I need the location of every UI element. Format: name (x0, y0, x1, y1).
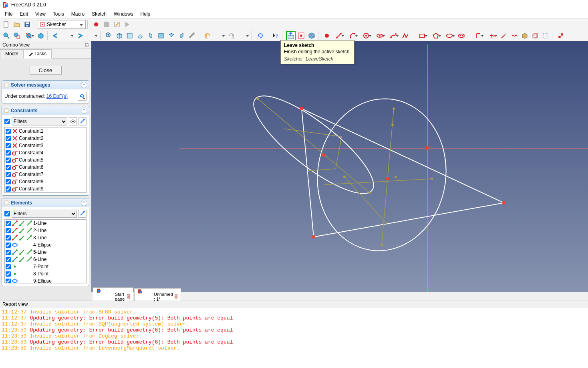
report-view-body[interactable]: 11:12:37Invalid solution from BFGS solve… (0, 308, 588, 368)
external-geom-button[interactable] (520, 31, 530, 40)
element-cb[interactable] (6, 228, 11, 233)
constraints-settings-button[interactable] (79, 117, 87, 125)
element-row[interactable]: 4-Ellipse (5, 241, 86, 249)
menu-macro[interactable]: Macro (68, 10, 88, 18)
sketch-vertices[interactable] (300, 107, 505, 239)
toggle-construction-button[interactable] (541, 31, 550, 40)
constr-coincident-button[interactable] (556, 31, 566, 40)
bounding-box-button[interactable] (36, 31, 46, 40)
constraint-row[interactable]: Constraint6 (5, 164, 86, 171)
element-cb[interactable] (6, 264, 11, 269)
collapse-icon[interactable]: ⌃ (81, 107, 87, 114)
create-bspline-button[interactable] (387, 31, 400, 40)
elements-list[interactable]: 1-Line2-Line3-Line4-Ellipse5-Line6-Line7… (4, 219, 87, 283)
undo-button[interactable] (203, 31, 212, 40)
constraint-cb[interactable] (6, 143, 11, 148)
constraint-row[interactable]: Constraint2 (5, 135, 86, 142)
constraint-row[interactable]: Constraint5 (5, 156, 86, 164)
bottom-view-button[interactable] (167, 31, 176, 40)
constraint-cb[interactable] (6, 150, 11, 156)
collapse-icon[interactable]: ⌃ (81, 200, 87, 206)
constraints-filter-select[interactable]: Filters (12, 117, 67, 125)
element-cb[interactable] (6, 257, 11, 262)
left-view-button[interactable] (177, 31, 187, 40)
constraints-filter-cb[interactable] (4, 119, 10, 124)
new-file-button[interactable] (2, 20, 11, 29)
redo-menu[interactable] (237, 31, 250, 40)
menu-windows[interactable]: Windows (111, 10, 137, 18)
save-file-button[interactable] (22, 20, 32, 29)
constraints-visibility-button[interactable] (69, 117, 77, 125)
nav-back-menu[interactable] (62, 31, 75, 40)
constraint-cb[interactable] (6, 179, 11, 184)
nav-fwd-button[interactable] (75, 31, 85, 40)
collapse-icon[interactable]: ⌃ (81, 82, 87, 88)
macro-stop-button[interactable] (102, 20, 111, 29)
create-ellipse-button[interactable] (373, 31, 386, 40)
elements-filter-cb[interactable] (4, 211, 10, 216)
viewport-3d[interactable]: Start page×Unnamed : 1*× (91, 41, 588, 301)
element-row[interactable]: 7-Point (5, 263, 86, 270)
dof-link[interactable]: 16 DoF(s) (46, 93, 68, 99)
constraint-row[interactable]: Constraint3 (5, 142, 86, 149)
constraint-row[interactable]: Constraint7 (5, 171, 86, 178)
element-cb[interactable] (6, 250, 11, 255)
create-polyline-button[interactable] (401, 31, 410, 40)
construction-lines[interactable] (258, 99, 432, 245)
menu-edit[interactable]: Edit (16, 10, 31, 18)
combo-undock-icon[interactable]: ◱ (85, 42, 89, 47)
zoom-in-button[interactable] (104, 31, 114, 40)
top-view-button[interactable] (135, 31, 145, 40)
create-oblong-button[interactable] (457, 31, 466, 40)
leave-sketch-button[interactable] (286, 31, 296, 40)
element-row[interactable]: 8-Point (5, 270, 86, 277)
constraint-row[interactable]: Constraint1 (5, 127, 86, 135)
element-row[interactable]: 9-Ellipse (5, 277, 86, 283)
carbon-copy-button[interactable] (530, 31, 540, 40)
redo-button[interactable] (227, 31, 236, 40)
create-line-button[interactable] (332, 31, 345, 40)
create-polygon-button[interactable] (429, 31, 442, 40)
tab-tasks[interactable]: Tasks (23, 49, 52, 59)
whats-this-button[interactable]: ? (271, 31, 280, 40)
sketch-triangle[interactable] (302, 109, 504, 237)
create-rectangle-button[interactable] (416, 31, 429, 40)
menu-help[interactable]: Help (137, 10, 154, 18)
constraint-cb[interactable] (6, 172, 11, 177)
menu-file[interactable]: File (2, 10, 16, 18)
element-cb[interactable] (6, 279, 11, 284)
rear-view-button[interactable] (156, 31, 166, 40)
element-row[interactable]: 5-Line (5, 249, 86, 256)
element-cb[interactable] (6, 221, 11, 226)
constraints-list[interactable]: Constraint1Constraint2Constraint3Constra… (4, 127, 87, 193)
nav-fwd-menu[interactable] (86, 31, 99, 40)
draw-style-button[interactable] (22, 31, 35, 40)
front-view-button[interactable] (125, 31, 135, 40)
close-tab-icon[interactable]: × (127, 294, 130, 299)
fit-all-button[interactable] (2, 31, 11, 40)
element-row[interactable]: 1-Line (5, 220, 86, 227)
split-edge-button[interactable] (509, 31, 519, 40)
constraint-row[interactable]: Constraint8 (5, 178, 86, 185)
elements-settings-button[interactable] (79, 210, 87, 218)
trim-edge-button[interactable] (485, 31, 498, 40)
open-file-button[interactable] (12, 20, 22, 29)
element-row[interactable]: 2-Line (5, 227, 86, 234)
constraint-cb[interactable] (6, 129, 11, 134)
macro-record-button[interactable] (91, 20, 101, 29)
elements-filter-select[interactable]: Filters (12, 210, 77, 218)
isometric-button[interactable] (115, 31, 124, 40)
element-cb[interactable] (6, 243, 11, 248)
element-cb[interactable] (6, 271, 11, 277)
create-arc-button[interactable] (346, 31, 359, 40)
tab-model[interactable]: Model (0, 49, 24, 59)
element-cb[interactable] (6, 235, 11, 241)
fit-selection-button[interactable] (12, 31, 22, 40)
element-row[interactable]: 6-Line (5, 256, 86, 263)
constraint-cb[interactable] (6, 165, 11, 170)
element-row[interactable]: 3-Line (5, 234, 86, 241)
constraint-row[interactable]: Constraint4 (5, 149, 86, 156)
menu-sketch[interactable]: Sketch (89, 10, 110, 18)
constraint-cb[interactable] (6, 186, 11, 192)
measure-button[interactable] (187, 31, 197, 40)
